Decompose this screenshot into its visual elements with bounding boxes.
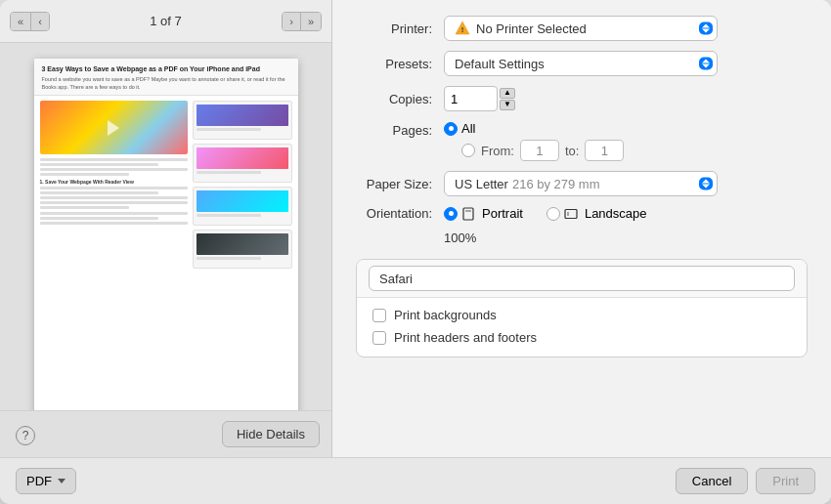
copies-increment-button[interactable]: ▲ bbox=[500, 88, 515, 99]
scale-control: 100% bbox=[444, 231, 808, 245]
pages-control: All From: to: bbox=[444, 121, 808, 161]
landscape-icon bbox=[564, 207, 578, 221]
printer-label: Printer: bbox=[356, 21, 444, 36]
pages-to-input[interactable] bbox=[585, 140, 624, 161]
presets-control: Default Settings bbox=[444, 51, 808, 76]
paper-size-control: US Letter 216 by 279 mm bbox=[444, 171, 808, 196]
text-line bbox=[40, 206, 129, 209]
card-image-4 bbox=[197, 233, 287, 255]
first-prev-nav[interactable]: « ‹ bbox=[10, 12, 50, 31]
dialog-footer: PDF Cancel Print bbox=[0, 457, 831, 504]
portrait-icon bbox=[461, 207, 475, 221]
wp-section-1-title: 1. Save Your Webpage With Reader View bbox=[40, 179, 189, 185]
print-backgrounds-checkbox[interactable] bbox=[372, 309, 386, 322]
presets-row: Presets: Default Settings bbox=[356, 51, 808, 76]
printer-control: ! No Printer Selected bbox=[444, 16, 808, 41]
pages-to-label: to: bbox=[565, 144, 579, 158]
paper-size-value: US Letter bbox=[455, 177, 508, 191]
copies-input[interactable] bbox=[444, 86, 498, 111]
dialog-body: « ‹ 1 of 7 › » 3 Easy Ways to Save a Web… bbox=[0, 0, 831, 457]
presets-select[interactable]: Default Settings bbox=[444, 51, 718, 76]
svg-text:!: ! bbox=[461, 25, 464, 34]
pages-label: Pages: bbox=[356, 121, 444, 138]
orientation-label: Orientation: bbox=[356, 206, 444, 221]
scale-row: 100% bbox=[356, 231, 808, 245]
safari-app-select[interactable]: Safari bbox=[369, 266, 795, 291]
chevron-up-icon bbox=[702, 60, 710, 63]
wp-text-block-2 bbox=[40, 187, 189, 209]
text-line bbox=[40, 201, 189, 204]
print-dialog: « ‹ 1 of 7 › » 3 Easy Ways to Save a Web… bbox=[0, 0, 831, 504]
hide-details-button[interactable]: Hide Details bbox=[222, 421, 320, 447]
text-line bbox=[40, 191, 158, 194]
card-line bbox=[197, 171, 260, 174]
text-line bbox=[40, 163, 158, 166]
chevron-down-icon bbox=[702, 64, 710, 68]
wp-body: 1. Save Your Webpage With Reader View bbox=[34, 96, 298, 410]
text-line bbox=[40, 217, 158, 220]
printer-select[interactable]: ! No Printer Selected bbox=[444, 16, 718, 41]
scale-value: 100% bbox=[444, 231, 476, 245]
first-page-button[interactable]: « bbox=[11, 13, 31, 30]
copies-row: Copies: ▲ ▼ bbox=[356, 86, 808, 111]
pages-row: Pages: All From: to: bbox=[356, 121, 808, 161]
next-last-nav[interactable]: › » bbox=[282, 12, 322, 31]
wp-card-4 bbox=[193, 230, 291, 269]
orientation-row: Orientation: Portrait bbox=[356, 206, 808, 221]
print-button[interactable]: Print bbox=[756, 468, 815, 494]
pages-from-input[interactable] bbox=[520, 140, 559, 161]
chevron-down-icon bbox=[702, 185, 710, 189]
wp-article-subtitle: Found a website you want to save as a PD… bbox=[42, 76, 290, 91]
paper-size-note: 216 by 279 mm bbox=[512, 177, 600, 191]
copies-control: ▲ ▼ bbox=[444, 86, 808, 111]
text-line bbox=[40, 222, 189, 225]
landscape-option[interactable]: Landscape bbox=[547, 206, 647, 221]
cancel-button[interactable]: Cancel bbox=[676, 468, 748, 494]
pages-from-to-row: From: to: bbox=[461, 140, 624, 161]
wp-card-1 bbox=[193, 101, 291, 140]
pages-from-label: From: bbox=[481, 144, 514, 158]
pdf-button[interactable]: PDF bbox=[16, 468, 76, 494]
prev-page-button[interactable]: ‹ bbox=[31, 13, 49, 30]
pages-range-radio[interactable] bbox=[461, 144, 475, 157]
portrait-radio[interactable] bbox=[444, 207, 458, 221]
pages-all-option[interactable]: All bbox=[444, 121, 475, 136]
print-headers-label: Print headers and footers bbox=[394, 330, 537, 345]
card-image-3 bbox=[197, 190, 287, 212]
copies-decrement-button[interactable]: ▼ bbox=[500, 100, 515, 110]
wp-header: 3 Easy Ways to Save a Webpage as a PDF o… bbox=[34, 59, 298, 96]
text-line bbox=[40, 187, 189, 189]
text-line bbox=[40, 158, 189, 161]
last-page-button[interactable]: » bbox=[301, 13, 321, 30]
card-line bbox=[197, 214, 260, 217]
chevron-up-icon bbox=[702, 24, 710, 28]
orientation-control: Portrait Landscape bbox=[444, 206, 808, 221]
landscape-label: Landscape bbox=[585, 206, 647, 221]
print-headers-checkbox[interactable] bbox=[372, 331, 386, 345]
portrait-label: Portrait bbox=[482, 206, 523, 221]
paper-size-select[interactable]: US Letter 216 by 279 mm bbox=[444, 171, 718, 196]
text-line bbox=[40, 173, 129, 176]
printer-row: Printer: ! No Printer Selected bbox=[356, 16, 808, 41]
svg-rect-3 bbox=[565, 209, 577, 218]
wp-text-block-3 bbox=[40, 212, 189, 225]
printer-stepper-icon bbox=[699, 22, 713, 35]
print-backgrounds-label: Print backgrounds bbox=[394, 308, 497, 322]
portrait-option[interactable]: Portrait bbox=[444, 206, 523, 221]
chevron-down-icon bbox=[702, 29, 710, 33]
paper-size-stepper-icon bbox=[699, 178, 713, 190]
wp-left-col: 1. Save Your Webpage With Reader View bbox=[40, 101, 189, 410]
safari-header: Safari bbox=[357, 260, 807, 298]
landscape-radio[interactable] bbox=[547, 207, 560, 221]
card-image-2 bbox=[197, 147, 287, 169]
pages-all-radio[interactable] bbox=[444, 122, 458, 136]
print-headers-row[interactable]: Print headers and footers bbox=[372, 330, 791, 345]
svg-rect-1 bbox=[463, 208, 473, 220]
preview-bottom: Hide Details bbox=[0, 410, 331, 457]
print-backgrounds-row[interactable]: Print backgrounds bbox=[372, 308, 791, 322]
wp-right-col bbox=[193, 101, 291, 410]
next-page-button[interactable]: › bbox=[283, 13, 301, 30]
wp-article-title: 3 Easy Ways to Save a Webpage as a PDF o… bbox=[42, 64, 290, 73]
help-button[interactable]: ? bbox=[16, 426, 35, 445]
card-image-1 bbox=[197, 105, 287, 126]
